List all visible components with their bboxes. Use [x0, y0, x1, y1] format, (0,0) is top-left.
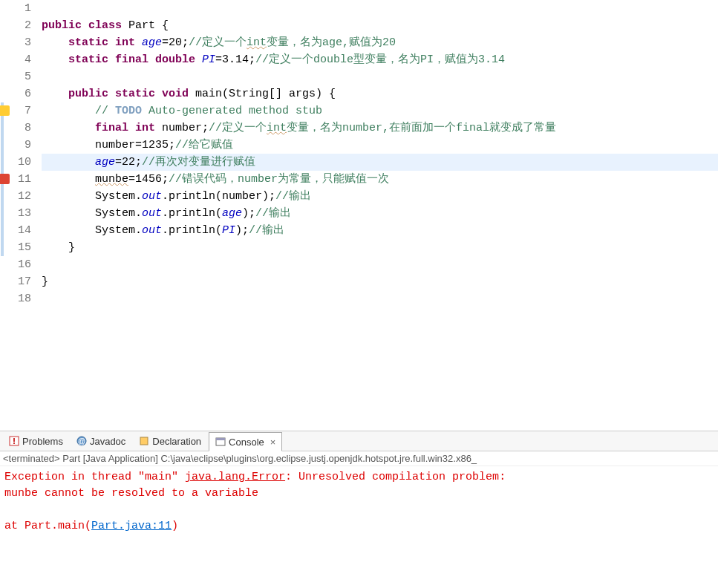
stacktrace-link[interactable]: Part.java:11: [91, 520, 172, 532]
code-line[interactable]: final int number;//定义一个int变量，名为number,在前…: [42, 120, 718, 137]
svg-rect-5: [140, 437, 148, 445]
console-status-line: <terminated> Part [Java Application] C:\…: [0, 451, 718, 466]
code-line[interactable]: System.out.println(age);//输出: [42, 205, 718, 222]
code-line[interactable]: static final double PI=3.14;//定义一个double…: [42, 51, 718, 68]
console-line: munbe cannot be resolved to a variable: [4, 486, 714, 502]
tab-label: Console: [229, 437, 264, 448]
code-line[interactable]: static int age=20;//定义一个int变量，名为age,赋值为2…: [42, 34, 718, 51]
svg-text:@: @: [78, 437, 85, 445]
code-line[interactable]: [42, 290, 718, 307]
console-line: at Part.main(Part.java:11): [4, 518, 714, 535]
code-line[interactable]: }: [42, 239, 718, 256]
code-line[interactable]: }: [42, 273, 718, 290]
close-icon[interactable]: ×: [270, 437, 276, 448]
code-line[interactable]: age=22;//再次对变量进行赋值: [42, 154, 718, 171]
svg-rect-2: [13, 442, 15, 444]
code-editor[interactable]: 123456789101112131415161718 public class…: [0, 0, 718, 431]
svg-rect-7: [216, 438, 225, 440]
console-line: Exception in thread "main" java.lang.Err…: [4, 469, 714, 486]
code-line[interactable]: munbe=1456;//错误代码，number为常量，只能赋值一次: [42, 171, 718, 188]
code-line[interactable]: public class Part {: [42, 17, 718, 34]
tab-label: Javadoc: [90, 436, 125, 447]
console-output[interactable]: Exception in thread "main" java.lang.Err…: [0, 466, 718, 538]
code-line[interactable]: [42, 256, 718, 273]
code-line[interactable]: System.out.println(number);//输出: [42, 188, 718, 205]
tab-console[interactable]: Console ×: [209, 432, 282, 451]
problems-icon: [9, 436, 19, 446]
code-line[interactable]: [42, 0, 718, 17]
javadoc-icon: @: [76, 436, 87, 446]
bottom-tab-bar: Problems @ Javadoc Declaration Console ×: [0, 431, 718, 451]
tab-label: Problems: [22, 436, 63, 447]
console-icon: [215, 437, 226, 447]
tab-javadoc[interactable]: @ Javadoc: [71, 431, 131, 451]
tab-problems[interactable]: Problems: [3, 431, 69, 451]
code-content[interactable]: public class Part { static int age=20;//…: [36, 0, 718, 431]
code-line[interactable]: // TODO Auto-generated method stub: [42, 102, 718, 120]
console-line: [4, 502, 714, 518]
line-number-gutter: 123456789101112131415161718: [0, 0, 36, 431]
svg-rect-1: [13, 438, 15, 442]
declaration-icon: [139, 436, 149, 446]
code-line[interactable]: number=1235;//给它赋值: [42, 137, 718, 154]
code-line[interactable]: public static void main(String[] args) {: [42, 85, 718, 102]
code-line[interactable]: System.out.println(PI);//输出: [42, 222, 718, 239]
tab-declaration[interactable]: Declaration: [133, 431, 207, 451]
tab-label: Declaration: [152, 436, 201, 447]
code-line[interactable]: [42, 68, 718, 85]
